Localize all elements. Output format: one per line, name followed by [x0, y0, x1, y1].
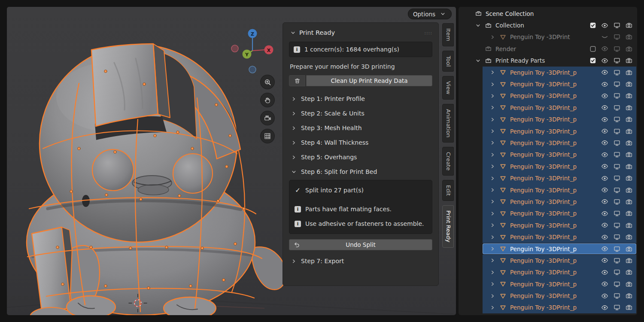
hide-in-viewport-toggle[interactable] — [601, 186, 609, 194]
disable-in-renders-toggle[interactable] — [625, 68, 633, 76]
disable-in-viewports-toggle[interactable] — [613, 210, 621, 218]
chevron-right-icon[interactable] — [489, 235, 496, 240]
chevron-right-icon[interactable] — [489, 152, 496, 157]
panel-drag-grip[interactable]: :::: — [424, 30, 432, 36]
disable-in-renders-toggle[interactable] — [625, 268, 633, 276]
gizmo-neg-z-axis[interactable] — [249, 66, 256, 73]
disable-in-viewports-toggle[interactable] — [613, 174, 621, 182]
disable-in-viewports-toggle[interactable] — [613, 221, 621, 229]
hide-in-viewport-toggle[interactable] — [601, 233, 609, 241]
disable-in-renders-toggle[interactable] — [625, 127, 633, 135]
outliner-row-part[interactable]: Penguin Toy -3DPrint_p — [459, 290, 637, 301]
chevron-right-icon[interactable] — [489, 176, 496, 181]
outliner-row-collection-excluded[interactable]: Render — [459, 43, 637, 55]
disable-in-viewports-toggle[interactable] — [613, 256, 621, 264]
outliner-row-part[interactable]: Penguin Toy -3DPrint_p — [459, 267, 637, 278]
chevron-right-icon[interactable] — [489, 199, 496, 204]
chevron-right-icon[interactable] — [489, 270, 496, 275]
pan-button[interactable] — [260, 93, 275, 107]
panel-header[interactable]: Print Ready :::: — [289, 27, 432, 38]
outliner-row-part[interactable]: Penguin Toy -3DPrint_p — [459, 278, 637, 290]
disable-in-renders-toggle[interactable] — [625, 221, 633, 229]
chevron-right-icon[interactable] — [489, 82, 496, 87]
hide-in-viewport-toggle[interactable] — [601, 127, 609, 135]
undo-split-button[interactable]: Undo Split — [289, 239, 432, 250]
disable-in-renders-toggle[interactable] — [625, 33, 633, 41]
tab-item[interactable]: Item — [442, 23, 454, 46]
disable-in-renders-toggle[interactable] — [625, 292, 633, 300]
hide-in-viewport-toggle[interactable] — [601, 162, 609, 170]
outliner-row-part[interactable]: Penguin Toy -3DPrint_p — [459, 184, 637, 196]
outliner-row-part[interactable]: Penguin Toy -3DPrint_p — [459, 125, 637, 137]
hide-in-viewport-toggle[interactable] — [601, 103, 609, 112]
outliner-row-part[interactable]: Penguin Toy -3DPrint_p — [459, 114, 637, 125]
outliner-row-part[interactable]: Penguin Toy -3DPrint_p — [459, 149, 637, 161]
outliner-row-part[interactable]: Penguin Toy -3DPrint_p — [459, 78, 637, 90]
chevron-right-icon[interactable] — [489, 294, 496, 298]
outliner-row-part[interactable]: Penguin Toy -3DPrint_p — [459, 255, 637, 266]
disable-in-viewports-toggle[interactable] — [613, 127, 621, 135]
outliner-row-part[interactable]: Penguin Toy -3DPrint_p — [459, 90, 637, 102]
outliner-row-part[interactable]: Penguin Toy -3DPrint_p — [459, 231, 637, 243]
grid-toggle-button[interactable] — [260, 129, 275, 143]
chevron-down-icon[interactable] — [289, 30, 297, 35]
disable-in-viewports-toggle[interactable] — [613, 103, 621, 112]
outliner-row-collection[interactable]: Collection — [459, 19, 637, 31]
chevron-right-icon[interactable] — [489, 188, 496, 192]
hide-in-viewport-toggle[interactable] — [601, 33, 609, 41]
outliner-row-part[interactable]: Penguin Toy -3DPrint_p — [459, 302, 637, 313]
disable-in-renders-toggle[interactable] — [625, 186, 633, 194]
camera-view-button[interactable] — [260, 111, 275, 125]
disable-in-viewports-toggle[interactable] — [613, 33, 621, 41]
disable-in-viewports-toggle[interactable] — [613, 21, 621, 30]
exclude-checkbox[interactable] — [589, 57, 597, 65]
disable-in-renders-toggle[interactable] — [625, 256, 633, 264]
chevron-down-icon[interactable] — [474, 23, 482, 28]
disable-in-viewports-toggle[interactable] — [613, 80, 621, 88]
disable-in-viewports-toggle[interactable] — [613, 304, 621, 312]
outliner-row-scene-collection[interactable]: Scene Collection — [459, 8, 637, 19]
disable-in-renders-toggle[interactable] — [625, 233, 633, 241]
step-row-4[interactable]: Step 4: Wall Thickness — [289, 135, 432, 150]
disable-in-viewports-toggle[interactable] — [613, 280, 621, 288]
hide-in-viewport-toggle[interactable] — [601, 268, 609, 276]
chevron-right-icon[interactable] — [489, 94, 496, 98]
disable-in-renders-toggle[interactable] — [625, 139, 633, 147]
disable-in-renders-toggle[interactable] — [625, 103, 633, 112]
chevron-right-icon[interactable] — [489, 211, 496, 216]
cleanup-button[interactable]: Clean Up Print Ready Data — [306, 75, 432, 86]
disable-in-viewports-toggle[interactable] — [613, 68, 621, 76]
disable-in-renders-toggle[interactable] — [625, 151, 633, 159]
hide-in-viewport-toggle[interactable] — [601, 174, 609, 182]
outliner-row-collection[interactable]: Print Ready Parts — [459, 55, 637, 67]
hide-in-viewport-toggle[interactable] — [601, 57, 609, 65]
disable-in-viewports-toggle[interactable] — [613, 151, 621, 159]
hide-in-viewport-toggle[interactable] — [601, 45, 609, 53]
disable-in-renders-toggle[interactable] — [625, 245, 633, 253]
chevron-right-icon[interactable] — [489, 105, 496, 110]
outliner-row-part[interactable]: Penguin Toy -3DPrint_p — [459, 196, 637, 207]
disable-in-viewports-toggle[interactable] — [613, 233, 621, 241]
disable-in-renders-toggle[interactable] — [625, 162, 633, 170]
disable-in-renders-toggle[interactable] — [625, 21, 633, 30]
disable-in-viewports-toggle[interactable] — [613, 45, 621, 53]
outliner-row-object-hidden[interactable]: Penguin Toy -3DPrint — [459, 31, 637, 43]
disable-in-renders-toggle[interactable] — [625, 280, 633, 288]
disable-in-renders-toggle[interactable] — [625, 174, 633, 182]
tab-print-ready[interactable]: Print Ready — [442, 205, 454, 247]
disable-in-viewports-toggle[interactable] — [613, 115, 621, 124]
hide-in-viewport-toggle[interactable] — [601, 221, 609, 229]
chevron-right-icon[interactable] — [489, 35, 496, 39]
disable-in-viewports-toggle[interactable] — [613, 57, 621, 65]
outliner-row-part[interactable]: Penguin Toy -3DPrint_p — [459, 161, 637, 172]
chevron-down-icon[interactable] — [474, 58, 482, 63]
outliner-row-part[interactable]: Penguin Toy -3DPrint_p — [459, 137, 637, 149]
hide-in-viewport-toggle[interactable] — [601, 245, 609, 253]
outliner-row-part[interactable]: Penguin Toy -3DPrint_p — [459, 208, 637, 219]
hide-in-viewport-toggle[interactable] — [601, 197, 609, 206]
gizmo-neg-x-axis[interactable] — [231, 45, 238, 52]
disable-in-viewports-toggle[interactable] — [613, 92, 621, 100]
tab-view[interactable]: View — [442, 76, 454, 100]
disable-in-viewports-toggle[interactable] — [613, 186, 621, 194]
chevron-right-icon[interactable] — [489, 258, 496, 263]
